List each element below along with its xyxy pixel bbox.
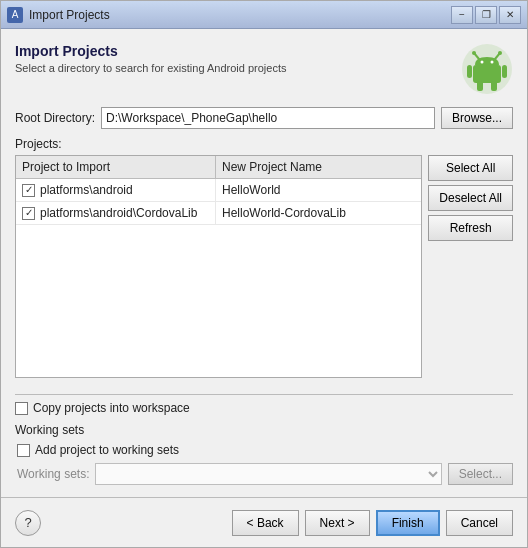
project-path-1: platforms\android: [40, 183, 133, 197]
header-text: Import Projects Select a directory to se…: [15, 43, 451, 74]
table-row[interactable]: platforms\android HelloWorld: [16, 179, 421, 202]
working-sets-input-row: Working sets: Select...: [17, 463, 513, 485]
project-cell-1: platforms\android: [16, 179, 216, 201]
working-sets-group: Working sets Add project to working sets…: [15, 423, 513, 485]
working-sets-content: Add project to working sets Working sets…: [15, 443, 513, 485]
cancel-button[interactable]: Cancel: [446, 510, 513, 536]
svg-rect-11: [491, 81, 497, 91]
title-bar-text: Import Projects: [29, 8, 451, 22]
project-path-2: platforms\android\CordovaLib: [40, 206, 197, 220]
new-name-cell-2: HelloWorld-CordovaLib: [216, 202, 421, 224]
back-button[interactable]: < Back: [232, 510, 299, 536]
svg-rect-9: [502, 65, 507, 78]
add-to-working-sets-row: Add project to working sets: [17, 443, 513, 457]
side-buttons: Select All Deselect All Refresh: [428, 155, 513, 378]
working-sets-group-label: Working sets: [15, 423, 513, 437]
help-button[interactable]: ?: [15, 510, 41, 536]
footer-left: ?: [15, 510, 41, 536]
footer: ? < Back Next > Finish Cancel: [1, 497, 527, 547]
copy-projects-checkbox[interactable]: [15, 402, 28, 415]
add-working-sets-label: Add project to working sets: [35, 443, 179, 457]
working-sets-input-label: Working sets:: [17, 467, 89, 481]
svg-point-4: [498, 51, 502, 55]
separator: [15, 394, 513, 395]
maximize-button[interactable]: ❐: [475, 6, 497, 24]
projects-area: Project to Import New Project Name platf…: [15, 155, 513, 378]
row-2-checkbox[interactable]: [22, 207, 35, 220]
svg-rect-8: [467, 65, 472, 78]
svg-point-6: [491, 61, 494, 64]
projects-label: Projects:: [15, 137, 513, 151]
dialog-subtitle: Select a directory to search for existin…: [15, 62, 451, 74]
root-directory-row: Root Directory: Browse...: [15, 107, 513, 129]
title-bar-buttons: − ❐ ✕: [451, 6, 521, 24]
working-sets-select: [95, 463, 441, 485]
title-bar: A Import Projects − ❐ ✕: [1, 1, 527, 29]
android-logo: [461, 43, 513, 95]
deselect-all-button[interactable]: Deselect All: [428, 185, 513, 211]
root-directory-input[interactable]: [101, 107, 435, 129]
col-header-new-name: New Project Name: [216, 156, 421, 178]
window-icon: A: [7, 7, 23, 23]
table-header: Project to Import New Project Name: [16, 156, 421, 179]
minimize-button[interactable]: −: [451, 6, 473, 24]
footer-right: < Back Next > Finish Cancel: [41, 510, 513, 536]
row-1-checkbox[interactable]: [22, 184, 35, 197]
refresh-button[interactable]: Refresh: [428, 215, 513, 241]
projects-table: Project to Import New Project Name platf…: [15, 155, 422, 378]
col-header-project: Project to Import: [16, 156, 216, 178]
svg-point-2: [472, 51, 476, 55]
copy-projects-label: Copy projects into workspace: [33, 401, 190, 415]
dialog-title: Import Projects: [15, 43, 451, 59]
svg-rect-10: [477, 81, 483, 91]
window: A Import Projects − ❐ ✕ Import Projects …: [0, 0, 528, 548]
working-sets-select-button: Select...: [448, 463, 513, 485]
dialog-content: Import Projects Select a directory to se…: [1, 29, 527, 497]
table-row[interactable]: platforms\android\CordovaLib HelloWorld-…: [16, 202, 421, 225]
finish-button[interactable]: Finish: [376, 510, 440, 536]
add-working-sets-checkbox[interactable]: [17, 444, 30, 457]
copy-projects-row: Copy projects into workspace: [15, 401, 513, 415]
svg-point-5: [481, 61, 484, 64]
bottom-section: Copy projects into workspace Working set…: [15, 388, 513, 497]
close-button[interactable]: ✕: [499, 6, 521, 24]
root-directory-label: Root Directory:: [15, 111, 95, 125]
next-button[interactable]: Next >: [305, 510, 370, 536]
select-all-button[interactable]: Select All: [428, 155, 513, 181]
svg-rect-7: [473, 65, 501, 83]
project-cell-2: platforms\android\CordovaLib: [16, 202, 216, 224]
new-name-cell-1: HelloWorld: [216, 179, 421, 201]
header-area: Import Projects Select a directory to se…: [15, 43, 513, 95]
browse-button[interactable]: Browse...: [441, 107, 513, 129]
